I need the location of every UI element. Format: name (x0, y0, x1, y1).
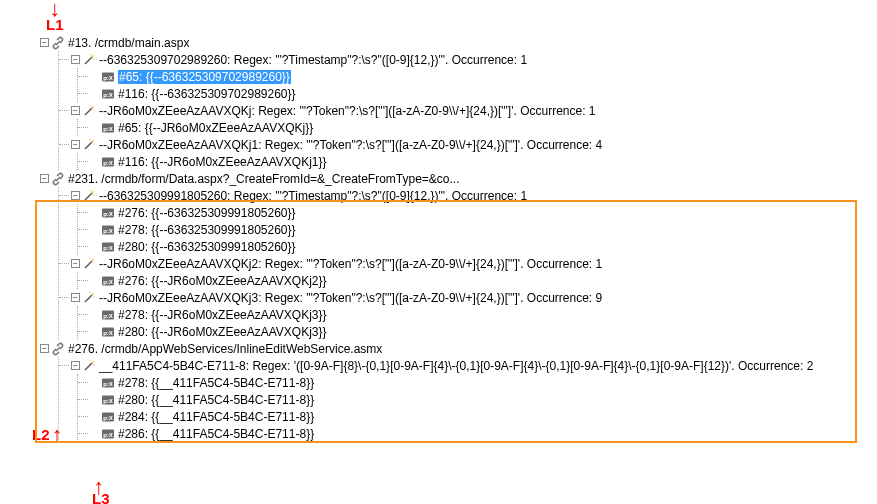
wand-icon (82, 53, 96, 67)
svg-point-15 (92, 140, 94, 142)
pxbox-icon: p:X (101, 376, 115, 390)
annotation-l3: ↑ L3 (88, 480, 110, 504)
tree-item[interactable]: −#276. /crmdb/AppWebServices/InlineEditW… (40, 340, 877, 357)
tree-item[interactable]: −--JR6oM0xZEeeAzAAVXQKj2: Regex: '"?Toke… (59, 255, 877, 272)
tree-item[interactable]: p:X#276: {{--JR6oM0xZEeeAzAAVXQKj2}} (78, 272, 877, 289)
link-icon (51, 172, 65, 186)
wand-icon (82, 104, 96, 118)
pxbox-icon: p:X (101, 206, 115, 220)
collapse-icon[interactable]: − (71, 361, 80, 370)
tree-item[interactable]: p:X#116: {{--JR6oM0xZEeeAzAAVXQKj1}} (78, 153, 877, 170)
svg-line-8 (85, 108, 92, 115)
svg-text:p:X: p:X (103, 74, 113, 80)
tree-item[interactable]: p:X#116: {{--636325309702989260}} (78, 85, 877, 102)
tree-item-label: #280: {{--JR6oM0xZEeeAzAAVXQKj3}} (118, 325, 327, 339)
svg-text:p:X: p:X (103, 397, 113, 403)
collapse-icon[interactable]: − (71, 293, 80, 302)
pxbox-icon: p:X (101, 223, 115, 237)
wand-icon (82, 257, 96, 271)
tree-item[interactable]: p:X#276: {{--636325309991805260}} (78, 204, 877, 221)
svg-text:p:X: p:X (103, 329, 113, 335)
tree-item[interactable]: p:X#65: {{--636325309702989260}} (78, 68, 877, 85)
pxbox-icon: p:X (101, 87, 115, 101)
svg-text:p:X: p:X (103, 431, 113, 437)
tree-item[interactable]: p:X#280: {{--JR6oM0xZEeeAzAAVXQKj3}} (78, 323, 877, 340)
tree-item[interactable]: p:X#280: {{--636325309991805260}} (78, 238, 877, 255)
tree-item[interactable]: p:X#284: {{__411FA5C4-5B4C-E711-8}} (78, 408, 877, 425)
tree-item-label: --JR6oM0xZEeeAzAAVXQKj1: Regex: '"?Token… (99, 138, 602, 152)
tree-item-label: #276: {{--636325309991805260}} (118, 206, 296, 220)
collapse-icon[interactable]: − (71, 191, 80, 200)
tree-item-label: #278: {{--636325309991805260}} (118, 223, 296, 237)
svg-point-21 (92, 191, 94, 193)
tree-item[interactable]: −--JR6oM0xZEeeAzAAVXQKj1: Regex: '"?Toke… (59, 136, 877, 153)
tree-item[interactable]: −--636325309991805260: Regex: '"?Timesta… (59, 187, 877, 204)
svg-text:p:X: p:X (103, 380, 113, 386)
tree-item[interactable]: p:X#286: {{__411FA5C4-5B4C-E711-8}} (78, 425, 877, 442)
pxbox-icon: p:X (101, 70, 115, 84)
svg-line-30 (85, 261, 92, 268)
collapse-icon[interactable]: − (71, 259, 80, 268)
tree-item-label: #276: {{--JR6oM0xZEeeAzAAVXQKj2}} (118, 274, 327, 288)
tree-item[interactable]: p:X#278: {{--JR6oM0xZEeeAzAAVXQKj3}} (78, 306, 877, 323)
svg-point-3 (93, 58, 94, 59)
pxbox-icon: p:X (101, 155, 115, 169)
tree-item[interactable]: −__411FA5C4-5B4C-E711-8: Regex: '([0-9A-… (59, 357, 877, 374)
tree-item-label: #280: {{__411FA5C4-5B4C-E711-8}} (118, 393, 314, 407)
svg-line-44 (85, 363, 92, 370)
tree-item-label: #280: {{--636325309991805260}} (118, 240, 296, 254)
tree-item[interactable]: −--JR6oM0xZEeeAzAAVXQKj: Regex: '"?Token… (59, 102, 877, 119)
tree-item[interactable]: p:X#278: {{--636325309991805260}} (78, 221, 877, 238)
svg-point-39 (93, 296, 94, 297)
svg-point-47 (93, 364, 94, 365)
svg-point-37 (92, 293, 94, 295)
pxbox-icon: p:X (101, 274, 115, 288)
tree-item-label: --JR6oM0xZEeeAzAAVXQKj3: Regex: '"?Token… (99, 291, 602, 305)
pxbox-icon: p:X (101, 393, 115, 407)
svg-point-1 (92, 55, 94, 57)
tree-item-label: #116: {{--JR6oM0xZEeeAzAAVXQKj1}} (118, 155, 327, 169)
tree-item[interactable]: −#13. /crmdb/main.aspx (40, 34, 877, 51)
wand-icon (82, 359, 96, 373)
tree-item[interactable]: p:X#278: {{__411FA5C4-5B4C-E711-8}} (78, 374, 877, 391)
tree-item-label: --636325309991805260: Regex: '"?Timestam… (99, 189, 527, 203)
collapse-icon[interactable]: − (71, 106, 80, 115)
tree-item-label: --JR6oM0xZEeeAzAAVXQKj2: Regex: '"?Token… (99, 257, 602, 271)
tree-item[interactable]: p:X#280: {{__411FA5C4-5B4C-E711-8}} (78, 391, 877, 408)
svg-point-23 (93, 194, 94, 195)
svg-text:p:X: p:X (103, 125, 113, 131)
tree-item-label: #278: {{--JR6oM0xZEeeAzAAVXQKj3}} (118, 308, 327, 322)
svg-point-38 (89, 291, 90, 292)
svg-text:p:X: p:X (103, 414, 113, 420)
annotation-l1: ↓ L1 (46, 2, 64, 33)
pxbox-icon: p:X (101, 240, 115, 254)
collapse-icon[interactable]: − (40, 174, 49, 183)
tree-item[interactable]: −--636325309702989260: Regex: '"?Timesta… (59, 51, 877, 68)
arrow-down-icon: ↓ (46, 2, 64, 16)
arrow-up-icon: ↑ (52, 428, 63, 442)
tree-item-label: #65: {{--636325309702989260}} (118, 70, 291, 84)
svg-text:p:X: p:X (103, 312, 113, 318)
link-icon (51, 36, 65, 50)
wand-icon (82, 189, 96, 203)
pxbox-icon: p:X (101, 121, 115, 135)
collapse-icon[interactable]: − (71, 55, 80, 64)
annotation-l2: L2 ↑ (32, 426, 63, 443)
tree-item-label: #286: {{__411FA5C4-5B4C-E711-8}} (118, 427, 314, 441)
svg-point-22 (89, 189, 90, 190)
collapse-icon[interactable]: − (71, 140, 80, 149)
pxbox-icon: p:X (101, 308, 115, 322)
svg-text:p:X: p:X (103, 91, 113, 97)
tree-item[interactable]: −#231. /crmdb/form/Data.aspx?_CreateFrom… (40, 170, 877, 187)
wand-icon (82, 291, 96, 305)
svg-point-31 (92, 259, 94, 261)
svg-point-46 (89, 359, 90, 360)
tree-item[interactable]: −--JR6oM0xZEeeAzAAVXQKj3: Regex: '"?Toke… (59, 289, 877, 306)
tree-item-label: #284: {{__411FA5C4-5B4C-E711-8}} (118, 410, 314, 424)
svg-point-32 (89, 257, 90, 258)
svg-line-0 (85, 57, 92, 64)
tree-item-label: #116: {{--636325309702989260}} (118, 87, 296, 101)
collapse-icon[interactable]: − (40, 344, 49, 353)
collapse-icon[interactable]: − (40, 38, 49, 47)
tree-item[interactable]: p:X#65: {{--JR6oM0xZEeeAzAAVXQKj}} (78, 119, 877, 136)
